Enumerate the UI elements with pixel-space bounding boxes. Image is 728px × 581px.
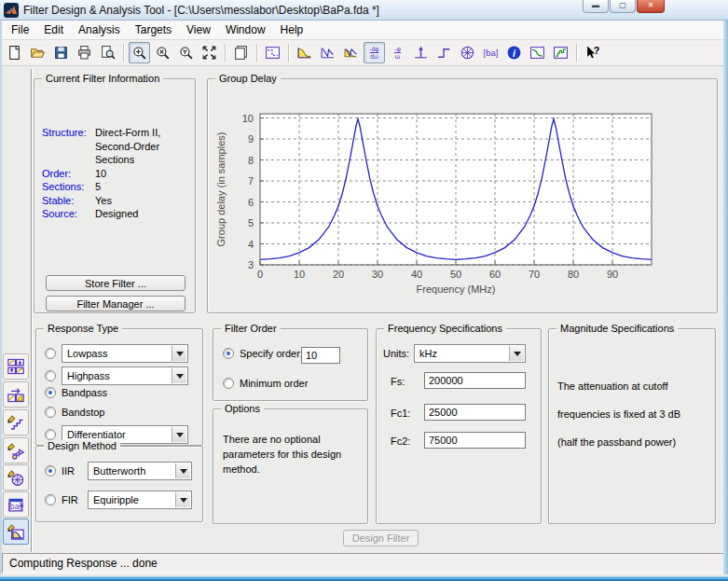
impulse-response-icon[interactable] <box>410 42 432 63</box>
response-type-radio-lowpass[interactable] <box>45 348 56 359</box>
menu-edit[interactable]: Edit <box>36 21 71 38</box>
quantization-parameters-icon[interactable] <box>3 409 29 436</box>
filter-specifications-icon[interactable] <box>262 42 283 63</box>
chevron-down-icon[interactable] <box>175 492 190 507</box>
filter-info-label <box>42 153 95 167</box>
design-filter-button[interactable]: Design Filter <box>343 530 419 546</box>
filter-info-label: Order: <box>42 167 95 181</box>
combo-value: Butterworth <box>93 465 145 477</box>
filter-info-value: Direct-Form II, <box>95 126 191 140</box>
full-view-icon[interactable] <box>199 42 220 63</box>
combo-value: Equiripple <box>93 494 139 505</box>
round-off-noise-psd-icon[interactable] <box>550 42 571 63</box>
fc2-input[interactable] <box>424 432 526 449</box>
menu-targets[interactable]: Targets <box>128 21 179 38</box>
import-filter-icon[interactable]: [ba] <box>3 491 29 518</box>
window-border-left <box>0 21 2 581</box>
combo-value: Differentiator <box>67 429 126 440</box>
realize-model-icon[interactable] <box>3 437 29 463</box>
svg-text:70: 70 <box>529 269 540 280</box>
print-to-figure-icon[interactable] <box>230 42 252 63</box>
zoom-x-icon[interactable] <box>152 42 173 63</box>
iir-label: IIR <box>62 465 82 477</box>
step-response-icon[interactable] <box>433 42 455 63</box>
menu-analysis[interactable]: Analysis <box>71 21 128 38</box>
filter-info-label: Stable: <box>42 194 95 208</box>
fir-radio[interactable] <box>45 494 56 505</box>
svg-text:20: 20 <box>333 269 344 280</box>
butterworth-combo[interactable]: Butterworth <box>88 462 192 480</box>
minimum-order-radio[interactable] <box>223 378 234 389</box>
filter-information-icon[interactable]: i <box>503 42 525 63</box>
svg-text:0: 0 <box>257 269 263 280</box>
chevron-down-icon[interactable] <box>175 463 190 478</box>
menu-file[interactable]: File <box>4 21 36 38</box>
current-filter-info-title: Current Filter Information <box>42 73 163 84</box>
svg-text:-dφ: -dφ <box>370 46 379 53</box>
magnitude-response-estimate-icon[interactable] <box>527 42 548 63</box>
svg-text:80: 80 <box>568 269 579 280</box>
lowpass-combo[interactable]: Lowpass <box>62 344 188 363</box>
fs-label: Fs: <box>391 376 405 387</box>
multirate-filter-icon[interactable] <box>3 353 29 380</box>
svg-text:50: 50 <box>450 269 461 280</box>
transform-filter-icon[interactable] <box>3 381 29 408</box>
filter-coefficients-icon[interactable]: [ba] <box>480 42 501 63</box>
svg-text:-φ: -φ <box>394 46 401 53</box>
print-icon[interactable] <box>74 42 95 63</box>
store-filter-button[interactable]: Store Filter ... <box>46 275 185 291</box>
equiripple-combo[interactable]: Equiripple <box>88 491 192 509</box>
options-text-line: parameters for this design <box>223 447 341 462</box>
minimize-button-icon[interactable]: ▬ <box>583 0 609 13</box>
filter-manager-button[interactable]: Filter Manager ... <box>46 296 185 311</box>
svg-text:Group delay (in samples): Group delay (in samples) <box>215 132 227 247</box>
combo-value: Lowpass <box>67 348 107 359</box>
svg-text:[ba]: [ba] <box>484 48 499 58</box>
iir-radio[interactable] <box>45 465 56 477</box>
specify-order-radio[interactable] <box>223 348 234 359</box>
group-delay-plot: 0102030405060708090345678910Frequency (M… <box>208 79 717 312</box>
new-file-icon[interactable] <box>4 42 25 63</box>
phase-delay-response-icon[interactable]: -φω <box>387 42 408 63</box>
response-type-radio-bandstop[interactable] <box>45 407 56 418</box>
zoom-in-icon[interactable] <box>129 42 150 63</box>
menu-view[interactable]: View <box>179 21 218 38</box>
highpass-combo[interactable]: Highpass <box>62 367 188 385</box>
specify-order-input[interactable] <box>301 347 340 364</box>
svg-text:8: 8 <box>248 155 254 166</box>
close-button-icon[interactable]: ✕ <box>637 0 665 13</box>
pole-zero-plot-icon[interactable] <box>457 42 478 63</box>
menu-help[interactable]: Help <box>273 21 311 38</box>
svg-text:60: 60 <box>489 269 501 280</box>
current-filter-info-panel: Current Filter Information Structure:Dir… <box>34 78 196 313</box>
magnitude-phase-response-icon[interactable] <box>340 42 362 63</box>
fc1-input[interactable] <box>424 404 526 421</box>
units-combo[interactable]: kHz <box>414 344 526 363</box>
magnitude-specs-line: (half the passband power) <box>557 428 680 456</box>
frequency-specs-title: Frequency Specifications <box>384 323 506 334</box>
magnitude-response-icon[interactable] <box>294 42 315 63</box>
group-delay-response-icon[interactable]: -dφdω <box>364 42 385 63</box>
response-type-radio-bandpass[interactable] <box>45 387 56 398</box>
chevron-down-icon[interactable] <box>172 427 186 442</box>
magnitude-specs-panel: Magnitude Specifications The attenuation… <box>548 328 716 524</box>
maximize-button-icon[interactable]: ▢ <box>610 0 636 13</box>
fs-input[interactable] <box>424 372 526 389</box>
pole-zero-editor-icon[interactable] <box>3 464 29 491</box>
menu-window[interactable]: Window <box>218 21 273 38</box>
chevron-down-icon[interactable] <box>509 346 524 361</box>
open-file-icon[interactable] <box>27 42 48 63</box>
chevron-down-icon[interactable] <box>172 346 186 361</box>
response-type-radio-differentiator[interactable] <box>45 429 56 440</box>
print-preview-icon[interactable] <box>97 42 118 63</box>
svg-text:10: 10 <box>294 269 305 280</box>
whats-this-help-icon[interactable]: ? <box>582 42 603 63</box>
save-icon[interactable] <box>50 42 72 63</box>
design-filter-icon[interactable] <box>3 519 29 545</box>
fc1-label: Fc1: <box>391 408 410 419</box>
svg-text:5: 5 <box>248 217 254 228</box>
chevron-down-icon[interactable] <box>172 368 186 383</box>
zoom-y-icon[interactable] <box>175 42 197 63</box>
phase-response-icon[interactable] <box>317 42 338 63</box>
response-type-radio-highpass[interactable] <box>45 370 56 381</box>
